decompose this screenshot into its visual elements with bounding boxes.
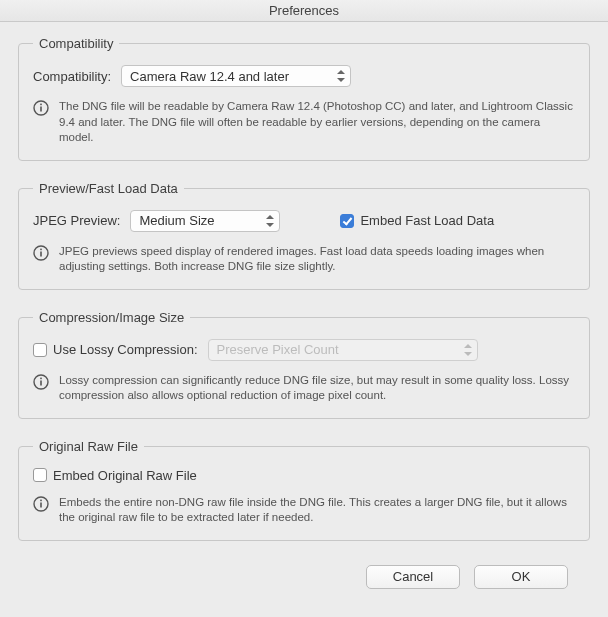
info-text-compression: Lossy compression can significantly redu… (59, 373, 575, 404)
svg-rect-1 (40, 107, 42, 112)
select-jpeg-preview[interactable]: Medium Size (130, 210, 280, 232)
group-preview: Preview/Fast Load Data JPEG Preview: Med… (18, 181, 590, 290)
group-compression: Compression/Image Size Use Lossy Compres… (18, 310, 590, 419)
checkbox-embed-fast-load[interactable]: Embed Fast Load Data (340, 213, 494, 228)
select-compatibility[interactable]: Camera Raw 12.4 and later (121, 65, 351, 87)
window-titlebar: Preferences (0, 0, 608, 22)
info-text-original: Embeds the entire non-DNG raw file insid… (59, 495, 575, 526)
svg-rect-11 (40, 499, 42, 501)
info-icon (33, 100, 49, 119)
checkbox-embed-original[interactable]: Embed Original Raw File (33, 468, 197, 483)
dialog-content: Compatibility Compatibility: Camera Raw … (0, 22, 608, 589)
group-original-raw: Original Raw File Embed Original Raw Fil… (18, 439, 590, 541)
checkbox-embed-original-label: Embed Original Raw File (53, 468, 197, 483)
checkbox-embed-fast-load-input[interactable] (340, 214, 354, 228)
svg-rect-2 (40, 104, 42, 106)
svg-rect-5 (40, 248, 42, 250)
label-compatibility: Compatibility: (33, 69, 111, 84)
window-title: Preferences (269, 3, 339, 18)
ok-button[interactable]: OK (474, 565, 568, 589)
info-text-compatibility: The DNG file will be readable by Camera … (59, 99, 575, 146)
svg-rect-7 (40, 380, 42, 385)
svg-rect-4 (40, 251, 42, 256)
legend-compression: Compression/Image Size (33, 310, 190, 325)
legend-compatibility: Compatibility (33, 36, 119, 51)
svg-rect-10 (40, 502, 42, 507)
info-icon (33, 374, 49, 393)
checkbox-use-lossy-input[interactable] (33, 343, 47, 357)
checkbox-use-lossy-label: Use Lossy Compression: (53, 342, 198, 357)
info-icon (33, 496, 49, 515)
info-text-preview: JPEG previews speed display of rendered … (59, 244, 575, 275)
cancel-button[interactable]: Cancel (366, 565, 460, 589)
checkbox-embed-original-input[interactable] (33, 468, 47, 482)
select-preserve-pixel-count: Preserve Pixel Count (208, 339, 478, 361)
group-compatibility: Compatibility Compatibility: Camera Raw … (18, 36, 590, 161)
legend-original-raw: Original Raw File (33, 439, 144, 454)
info-icon (33, 245, 49, 264)
svg-rect-8 (40, 377, 42, 379)
legend-preview: Preview/Fast Load Data (33, 181, 184, 196)
checkbox-use-lossy[interactable]: Use Lossy Compression: (33, 342, 198, 357)
label-jpeg-preview: JPEG Preview: (33, 213, 120, 228)
checkbox-embed-fast-load-label: Embed Fast Load Data (360, 213, 494, 228)
